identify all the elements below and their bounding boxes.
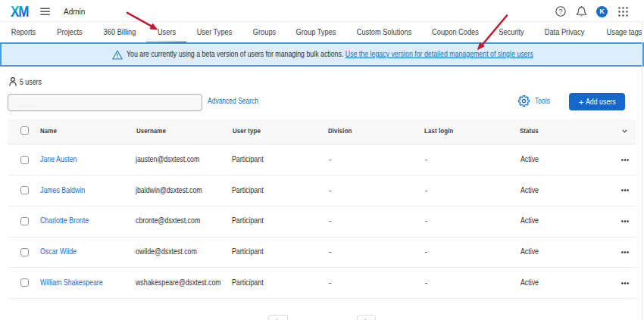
svg-text:XM: XM [11, 4, 29, 19]
svg-text:?: ? [558, 8, 562, 15]
